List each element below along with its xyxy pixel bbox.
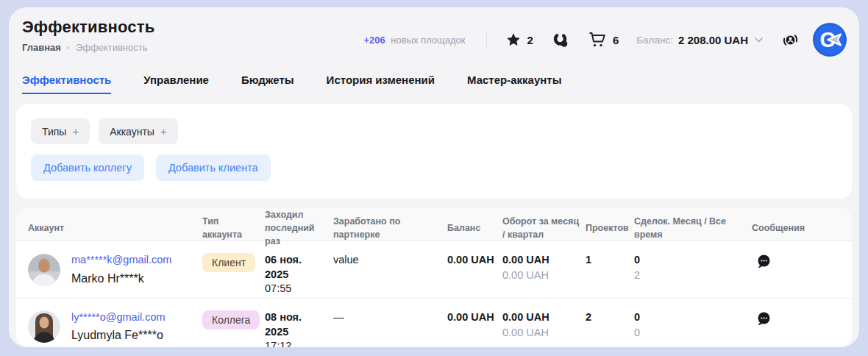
partner-earnings-cell: value: [333, 241, 447, 298]
last-visit-time: 07:55: [265, 282, 327, 296]
filter-pill-row: Типы + Аккаунты +: [31, 118, 837, 144]
topbar: Эффективность Главная Эффективность +206…: [16, 18, 852, 56]
favorites-count: 2: [527, 34, 533, 46]
deals-total: 2: [634, 268, 746, 284]
turnover-month: 0.00 UAH: [502, 253, 580, 268]
col-header-turnover: Оборот за месяц / квартал: [502, 215, 586, 241]
tab-effectiveness[interactable]: Эффективность: [22, 74, 111, 94]
chat-button[interactable]: [552, 32, 569, 49]
account-switch-icon: [780, 30, 800, 50]
plus-icon: +: [160, 125, 167, 138]
new-platforms-count: +206: [363, 35, 385, 46]
table-row[interactable]: ly*****o@gmail.com Lyudmyla Fe****o Колл…: [16, 298, 852, 347]
col-header-partner-earnings: Заработано по партнерке: [333, 215, 447, 241]
chat-icon: [552, 32, 569, 49]
last-visit-date: 06 ноя. 2025: [265, 253, 327, 282]
turnover-cell: 0.00 UAH 0.00 UAH: [502, 241, 586, 298]
topbar-right: +206 новых площадок 2: [363, 22, 847, 57]
account-identity: ly*****o@gmail.com Lyudmyla Fe****o: [71, 311, 166, 343]
balance-value: 0.00 UAH: [447, 253, 497, 268]
chevron-down-icon: [755, 38, 763, 43]
add-client-button[interactable]: Добавить клиента: [156, 154, 271, 181]
message-bubble-icon: [755, 310, 772, 328]
col-header-deals: Сделок. Месяц / Все время: [634, 215, 752, 241]
favorites-button[interactable]: 2: [506, 32, 533, 47]
messages-cell: [752, 299, 840, 347]
page-title: Эффективность: [22, 18, 155, 37]
projects-cell: 2: [586, 299, 634, 347]
account-email-link[interactable]: ma*****k@gmail.com: [71, 254, 171, 266]
account-cell: ma*****k@gmail.com Marko Hr****k: [28, 241, 202, 298]
cart-count: 6: [613, 34, 619, 46]
col-header-balance: Баланс: [447, 221, 502, 235]
breadcrumb: Главная Эффективность: [22, 42, 155, 53]
table-header-row: Аккаунт Тип аккаунта Заходил последний р…: [16, 208, 852, 241]
account-type-badge: Клиент: [202, 253, 255, 272]
breadcrumb-home-link[interactable]: Главная: [22, 42, 61, 53]
last-visit-cell: 06 ноя. 2025 07:55: [265, 241, 333, 298]
account-type-badge: Коллега: [202, 310, 260, 330]
new-platforms-link[interactable]: +206 новых площадок: [363, 35, 465, 46]
partner-earnings-value: value: [333, 253, 441, 268]
filter-accounts-pill[interactable]: Аккаунты +: [99, 118, 178, 144]
tab-bar: Эффективность Управление Бюджеты История…: [22, 74, 852, 94]
tab-change-history[interactable]: История изменений: [327, 74, 435, 94]
account-cell: ly*****o@gmail.com Lyudmyla Fe****o: [28, 299, 202, 347]
plus-icon: +: [72, 125, 79, 138]
balance-cell: 0.00 UAH: [447, 299, 502, 347]
account-identity: ma*****k@gmail.com Marko Hr****k: [71, 254, 171, 285]
avatar: [28, 254, 60, 286]
message-button[interactable]: [755, 310, 772, 330]
filter-card: Типы + Аккаунты + Добавить коллегу Добав…: [16, 104, 852, 199]
account-type-cell: Коллега: [202, 299, 265, 347]
deals-cell: 0 0: [634, 299, 752, 347]
account-type-cell: Клиент: [202, 241, 265, 298]
messages-cell: [752, 241, 840, 298]
main-panel: Эффективность Главная Эффективность +206…: [9, 7, 859, 347]
cart-button[interactable]: 6: [588, 32, 619, 48]
turnover-quarter: 0.00 UAH: [502, 268, 580, 284]
add-colleague-button[interactable]: Добавить коллегу: [31, 154, 144, 181]
last-visit-cell: 08 ноя. 2025 17:12: [265, 299, 333, 347]
balance-value: 2 208.00 UAH: [678, 34, 748, 46]
projects-count: 2: [586, 310, 628, 325]
new-platforms-label: новых площадок: [391, 35, 465, 46]
col-header-account: Аккаунт: [28, 221, 202, 235]
title-block: Эффективность Главная Эффективность: [22, 18, 155, 53]
col-header-account-type: Тип аккаунта: [202, 215, 265, 241]
col-header-messages: Сообщения: [752, 221, 840, 235]
account-name: Lyudmyla Fe****o: [71, 328, 166, 342]
tab-master-accounts[interactable]: Мастер-аккаунты: [467, 74, 561, 94]
breadcrumb-separator: [67, 46, 70, 49]
last-visit-date: 08 ноя. 2025: [265, 310, 327, 339]
balance-dropdown[interactable]: Баланс: 2 208.00 UAH: [636, 34, 763, 46]
action-button-row: Добавить коллегу Добавить клиента: [31, 154, 837, 181]
tab-management[interactable]: Управление: [143, 74, 209, 94]
balance-label: Баланс:: [636, 35, 673, 46]
filter-types-label: Типы: [42, 126, 66, 138]
account-switch-button[interactable]: [780, 30, 800, 50]
account-email-link[interactable]: ly*****o@gmail.com: [71, 311, 166, 324]
accounts-table: Аккаунт Тип аккаунта Заходил последний р…: [16, 208, 852, 347]
table-row[interactable]: ma*****k@gmail.com Marko Hr****k Клиент …: [16, 241, 852, 298]
partner-earnings-cell: —: [333, 299, 447, 347]
message-button[interactable]: [755, 253, 772, 273]
turnover-quarter: 0.00 UAH: [502, 325, 580, 341]
partner-earnings-value: —: [333, 310, 441, 325]
app-logo[interactable]: C: [812, 22, 847, 57]
filter-types-pill[interactable]: Типы +: [31, 118, 90, 144]
topbar-divider: [486, 30, 487, 49]
turnover-month: 0.00 UAH: [502, 310, 580, 325]
balance-value: 0.00 UAH: [447, 310, 497, 325]
projects-count: 1: [586, 253, 628, 268]
account-name: Marko Hr****k: [71, 271, 171, 285]
app-logo-icon: C: [812, 22, 847, 57]
deals-cell: 0 2: [634, 241, 752, 298]
projects-cell: 1: [586, 241, 634, 298]
filter-accounts-label: Аккаунты: [110, 126, 154, 138]
tab-budgets[interactable]: Бюджеты: [241, 74, 294, 94]
col-header-projects: Проектов: [586, 221, 634, 235]
breadcrumb-current: Эффективность: [76, 42, 148, 53]
avatar: [28, 310, 60, 343]
balance-cell: 0.00 UAH: [447, 241, 502, 298]
